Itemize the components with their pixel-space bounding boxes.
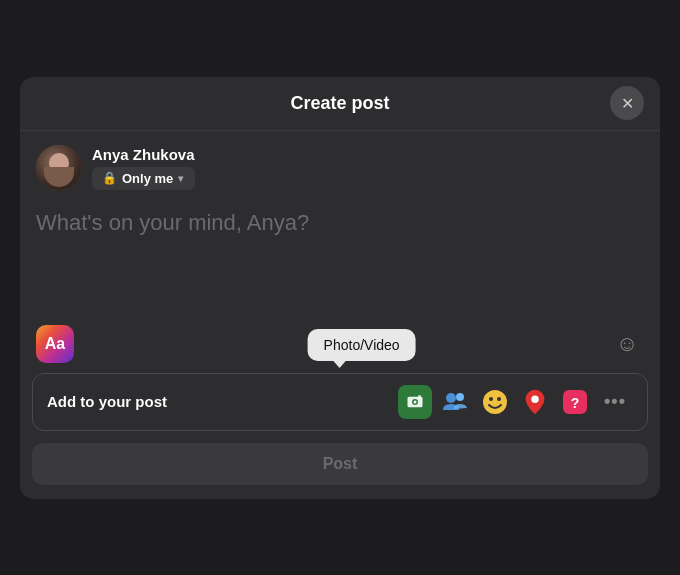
svg-point-7: [489, 397, 493, 401]
gif-button[interactable]: ?: [557, 384, 593, 420]
avatar-image: [36, 145, 82, 191]
add-to-post-label: Add to your post: [47, 393, 167, 410]
user-section: Anya Zhukova 🔒 Only me ▾: [20, 131, 660, 205]
add-to-post-section: Photo/Video Add to your post: [32, 373, 648, 431]
checkin-button[interactable]: [517, 384, 553, 420]
create-post-modal: Create post ✕ Anya Zhukova 🔒 Only me ▾ W…: [20, 77, 660, 499]
user-name: Anya Zhukova: [92, 146, 195, 163]
svg-point-5: [456, 393, 464, 401]
privacy-button[interactable]: 🔒 Only me ▾: [92, 167, 195, 190]
user-info: Anya Zhukova 🔒 Only me ▾: [92, 146, 195, 190]
text-style-icon: Aa: [45, 335, 65, 353]
close-button[interactable]: ✕: [610, 86, 644, 120]
avatar: [36, 145, 82, 191]
svg-point-6: [483, 390, 507, 414]
svg-point-8: [497, 397, 501, 401]
tag-people-button[interactable]: [437, 384, 473, 420]
svg-point-2: [414, 400, 417, 403]
add-to-post-bar: Add to your post: [32, 373, 648, 431]
more-options-button[interactable]: •••: [597, 384, 633, 420]
tooltip-label: Photo/Video: [324, 337, 400, 353]
photo-video-icon: [398, 385, 432, 419]
more-icon: •••: [604, 391, 626, 412]
privacy-label: Only me: [122, 171, 173, 186]
emoji-icon: ☺: [616, 331, 638, 357]
photo-video-tooltip: Photo/Video: [308, 329, 416, 361]
post-placeholder: What's on your mind, Anya?: [36, 210, 309, 235]
text-style-button[interactable]: Aa: [36, 325, 74, 363]
post-button-section: Post: [20, 443, 660, 499]
modal-header: Create post ✕: [20, 77, 660, 131]
action-icons: ? •••: [397, 384, 633, 420]
modal-title: Create post: [290, 93, 389, 114]
close-icon: ✕: [621, 94, 634, 113]
svg-text:?: ?: [571, 395, 580, 411]
svg-rect-3: [418, 395, 421, 398]
emoji-button[interactable]: ☺: [610, 327, 644, 361]
lock-icon: 🔒: [102, 171, 117, 185]
svg-point-9: [531, 395, 538, 402]
svg-point-4: [446, 393, 456, 403]
post-input-area[interactable]: What's on your mind, Anya?: [20, 205, 660, 325]
feeling-activity-button[interactable]: [477, 384, 513, 420]
chevron-down-icon: ▾: [178, 173, 183, 184]
photo-video-button[interactable]: [397, 384, 433, 420]
post-button[interactable]: Post: [32, 443, 648, 485]
